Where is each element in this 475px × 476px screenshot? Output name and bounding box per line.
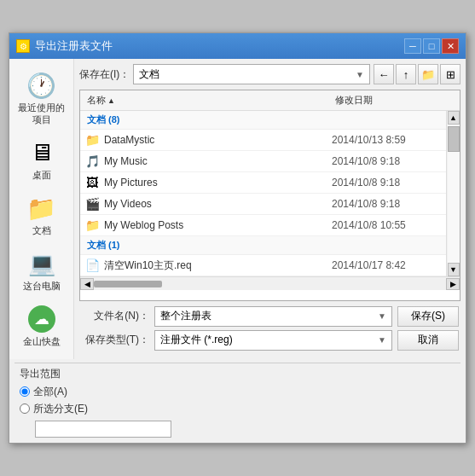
main-dialog: ⚙ 导出注册表文件 ─ □ ✕ 最近使用的项目 桌面 文档 bbox=[9, 32, 466, 443]
file-date: 2014/10/8 10:55 bbox=[332, 219, 443, 231]
filetype-value: 注册文件 (*.reg) bbox=[160, 333, 233, 347]
filetype-row: 保存类型(T)： 注册文件 (*.reg) ▼ 取消 bbox=[81, 330, 459, 351]
computer-icon bbox=[26, 248, 57, 279]
sidebar-item-cloud[interactable]: ☁ 金山快盘 bbox=[12, 299, 72, 351]
export-range-title: 导出范围 bbox=[20, 367, 455, 381]
filename-combo-arrow: ▼ bbox=[378, 311, 386, 321]
left-sidebar: 最近使用的项目 桌面 文档 这台电脑 ☁ 金山快盘 bbox=[9, 59, 74, 358]
hscroll-thumb[interactable] bbox=[94, 281, 162, 287]
view-button[interactable]: ⊞ bbox=[440, 64, 461, 84]
toolbar-row: 保存在(I)： 文档 ▼ ← ↑ 📁 ⊞ bbox=[79, 64, 461, 84]
file-date: 2014/10/13 8:59 bbox=[332, 134, 443, 146]
title-controls: ─ □ ✕ bbox=[404, 38, 459, 54]
filetype-input[interactable]: 注册文件 (*.reg) ▼ bbox=[154, 330, 392, 351]
sidebar-label-docs: 文档 bbox=[32, 225, 51, 236]
sidebar-item-computer[interactable]: 这台电脑 bbox=[12, 244, 72, 296]
table-row[interactable]: 📁 DataMystic 2014/10/13 8:59 bbox=[80, 130, 446, 151]
bottom-form: 文件名(N)： 整个注册表 ▼ 保存(S) 保存类型(T)： 注册文件 (*.r… bbox=[79, 301, 461, 354]
file-name: 清空Win10主页.req bbox=[104, 258, 332, 273]
radio-branch[interactable] bbox=[20, 403, 30, 414]
col-name-label: 名称 bbox=[87, 94, 106, 107]
table-row[interactable]: 🎬 My Videos 2014/10/8 9:18 bbox=[80, 194, 446, 215]
music-icon: 🎵 bbox=[84, 153, 101, 170]
table-row[interactable]: 🖼 My Pictures 2014/10/8 9:18 bbox=[80, 172, 446, 194]
file-name: My Pictures bbox=[104, 177, 332, 189]
file-name: My Music bbox=[104, 155, 332, 167]
title-bar: ⚙ 导出注册表文件 ─ □ ✕ bbox=[9, 33, 466, 59]
sidebar-item-docs[interactable]: 文档 bbox=[12, 189, 72, 241]
recent-icon bbox=[26, 70, 57, 101]
view-icon: ⊞ bbox=[446, 68, 455, 81]
sidebar-label-computer: 这台电脑 bbox=[23, 281, 61, 292]
branch-textbox[interactable] bbox=[35, 421, 171, 438]
back-button[interactable]: ← bbox=[374, 64, 394, 84]
save-in-label: 保存在(I)： bbox=[79, 67, 130, 82]
file-date: 2014/10/8 9:18 bbox=[332, 198, 443, 210]
table-row[interactable]: 🎵 My Music 2014/10/8 9:18 bbox=[80, 151, 446, 172]
app-icon: ⚙ bbox=[16, 39, 30, 53]
sort-arrow-icon: ▲ bbox=[107, 96, 115, 105]
scroll-up-btn[interactable]: ▲ bbox=[448, 111, 460, 125]
videos-icon: 🎬 bbox=[84, 195, 101, 212]
horizontal-scrollbar[interactable]: ◀ ▶ bbox=[80, 276, 460, 290]
cloud-icon: ☁ bbox=[26, 304, 57, 334]
new-folder-button[interactable]: 📁 bbox=[418, 64, 438, 84]
right-content: 保存在(I)： 文档 ▼ ← ↑ 📁 ⊞ bbox=[74, 59, 466, 358]
sidebar-item-desktop[interactable]: 桌面 bbox=[12, 133, 72, 185]
toolbar-buttons: ← ↑ 📁 ⊞ bbox=[374, 64, 461, 84]
column-date[interactable]: 修改日期 bbox=[332, 92, 443, 108]
col-date-label: 修改日期 bbox=[335, 95, 373, 105]
filetype-combo-arrow: ▼ bbox=[378, 335, 386, 345]
filename-row: 文件名(N)： 整个注册表 ▼ 保存(S) bbox=[81, 306, 459, 327]
combo-arrow-icon: ▼ bbox=[356, 70, 364, 79]
up-button[interactable]: ↑ bbox=[396, 64, 416, 84]
radio-all-row: 全部(A) bbox=[20, 385, 455, 399]
up-icon: ↑ bbox=[403, 68, 409, 81]
docs-icon bbox=[26, 193, 57, 223]
column-name[interactable]: 名称 ▲ bbox=[84, 92, 332, 108]
scroll-thumb[interactable] bbox=[448, 126, 460, 152]
scroll-left-btn[interactable]: ◀ bbox=[80, 278, 94, 290]
scroll-right-btn[interactable]: ▶ bbox=[446, 278, 460, 290]
file-name: My Videos bbox=[104, 198, 332, 210]
radio-all-label: 全部(A) bbox=[33, 385, 67, 399]
cancel-button[interactable]: 取消 bbox=[397, 330, 459, 351]
location-combo[interactable]: 文档 ▼ bbox=[133, 64, 370, 84]
pictures-icon: 🖼 bbox=[84, 174, 101, 191]
radio-branch-row: 所选分支(E) bbox=[20, 402, 455, 416]
file-name: DataMystic bbox=[104, 134, 332, 146]
filename-value: 整个注册表 bbox=[160, 309, 211, 323]
file-date: 2014/10/17 8:42 bbox=[332, 259, 443, 271]
table-row[interactable]: 📁 My Weblog Posts 2014/10/8 10:55 bbox=[80, 215, 446, 236]
title-bar-left: ⚙ 导出注册表文件 bbox=[16, 38, 113, 54]
filetype-label: 保存类型(T)： bbox=[81, 333, 149, 347]
export-range: 导出范围 全部(A) 所选分支(E) bbox=[14, 363, 461, 443]
dialog-body: 最近使用的项目 桌面 文档 这台电脑 ☁ 金山快盘 bbox=[9, 59, 466, 358]
radio-all[interactable] bbox=[20, 386, 30, 397]
filename-input[interactable]: 整个注册表 ▼ bbox=[154, 306, 392, 327]
save-button[interactable]: 保存(S) bbox=[397, 306, 459, 327]
file-list-header: 名称 ▲ 修改日期 bbox=[80, 90, 460, 111]
sidebar-label-cloud: 金山快盘 bbox=[23, 336, 61, 347]
file-list-container: 名称 ▲ 修改日期 文档 (8) 📁 bbox=[79, 90, 461, 300]
new-folder-icon: 📁 bbox=[421, 68, 435, 81]
file-date: 2014/10/8 9:18 bbox=[332, 177, 443, 189]
filename-label: 文件名(N)： bbox=[81, 309, 149, 323]
vertical-scrollbar[interactable]: ▲ ▼ bbox=[446, 111, 460, 276]
close-button[interactable]: ✕ bbox=[442, 38, 459, 54]
header-scroll-spacer bbox=[443, 92, 456, 108]
file-date: 2014/10/8 9:18 bbox=[332, 155, 443, 167]
location-text: 文档 bbox=[139, 67, 159, 82]
group-header-1: 文档 (8) bbox=[80, 111, 446, 130]
table-row[interactable]: 📄 清空Win10主页.req 2014/10/17 8:42 bbox=[80, 255, 446, 276]
back-icon: ← bbox=[379, 68, 390, 81]
folder2-icon: 📁 bbox=[84, 217, 101, 234]
file-list-inner: 文档 (8) 📁 DataMystic 2014/10/13 8:59 🎵 My… bbox=[80, 111, 460, 276]
scroll-down-btn[interactable]: ▼ bbox=[448, 263, 460, 276]
sidebar-item-recent[interactable]: 最近使用的项目 bbox=[12, 66, 72, 129]
maximize-button[interactable]: □ bbox=[423, 38, 440, 54]
hscroll-track bbox=[94, 281, 446, 287]
file-list-data: 文档 (8) 📁 DataMystic 2014/10/13 8:59 🎵 My… bbox=[80, 111, 446, 276]
desktop-icon bbox=[26, 137, 57, 168]
minimize-button[interactable]: ─ bbox=[404, 38, 421, 54]
